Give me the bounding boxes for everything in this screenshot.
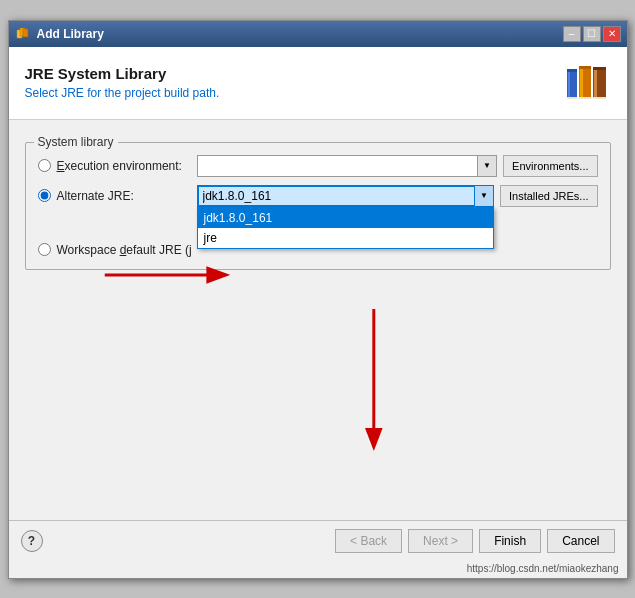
execution-env-select[interactable] [197, 155, 498, 177]
execution-env-combo-wrapper: ▼ Environments... [197, 155, 598, 177]
main-content: System library Execution environment: ▼ … [9, 120, 627, 520]
title-bar-buttons: – ☐ ✕ [563, 26, 621, 42]
svg-rect-4 [568, 69, 570, 99]
main-window: Add Library – ☐ ✕ JRE System Library Sel… [8, 20, 628, 579]
restore-button[interactable]: ☐ [583, 26, 601, 42]
alternate-jre-select[interactable]: jdk1.8.0_161 [197, 185, 495, 207]
bottom-bar: ? < Back Next > Finish Cancel [9, 520, 627, 561]
svg-rect-11 [593, 67, 606, 70]
execution-env-combo: ▼ [197, 155, 498, 177]
header-subtitle: Select JRE for the project build path. [25, 86, 563, 100]
header-section: JRE System Library Select JRE for the pr… [9, 47, 627, 120]
svg-rect-14 [593, 97, 606, 99]
books-icon [563, 59, 611, 107]
system-library-group: System library Execution environment: ▼ … [25, 142, 611, 270]
installed-jres-button[interactable]: Installed JREs... [500, 185, 597, 207]
svg-rect-10 [594, 67, 597, 99]
window-title: Add Library [37, 27, 563, 41]
alternate-jre-label: Alternate JRE: [57, 189, 197, 203]
alternate-jre-combo: jdk1.8.0_161 ▼ jdk1.8.0_161 jre [197, 185, 495, 207]
svg-rect-8 [579, 66, 591, 69]
svg-rect-13 [579, 97, 591, 99]
window-icon [15, 26, 31, 42]
dropdown-item-jdk[interactable]: jdk1.8.0_161 [198, 208, 494, 228]
finish-button[interactable]: Finish [479, 529, 541, 553]
environments-button[interactable]: Environments... [503, 155, 597, 177]
svg-rect-7 [580, 66, 583, 99]
next-button[interactable]: Next > [408, 529, 473, 553]
execution-env-radio[interactable] [38, 159, 51, 172]
header-title: JRE System Library [25, 65, 563, 82]
help-button[interactable]: ? [21, 530, 43, 552]
back-button[interactable]: < Back [335, 529, 402, 553]
alternate-jre-row: Alternate JRE: jdk1.8.0_161 ▼ jdk1.8.0_1… [38, 185, 598, 207]
group-label: System library [34, 135, 118, 149]
watermark: https://blog.csdn.net/miaokezhang [9, 561, 627, 578]
close-button[interactable]: ✕ [603, 26, 621, 42]
workspace-default-label: Workspace default JRE (j [57, 243, 197, 257]
svg-rect-2 [23, 29, 28, 37]
title-bar: Add Library – ☐ ✕ [9, 21, 627, 47]
alternate-jre-radio[interactable] [38, 189, 51, 202]
execution-env-row: Execution environment: ▼ Environments... [38, 155, 598, 177]
header-text: JRE System Library Select JRE for the pr… [25, 65, 563, 100]
minimize-button[interactable]: – [563, 26, 581, 42]
svg-rect-5 [567, 69, 577, 72]
jre-dropdown: jdk1.8.0_161 jre [197, 207, 495, 249]
cancel-button[interactable]: Cancel [547, 529, 614, 553]
dropdown-item-jre[interactable]: jre [198, 228, 494, 248]
svg-rect-12 [567, 97, 577, 99]
execution-env-label: Execution environment: [57, 159, 197, 173]
alternate-jre-combo-wrapper: jdk1.8.0_161 ▼ jdk1.8.0_161 jre Installe… [197, 185, 598, 207]
workspace-default-radio[interactable] [38, 243, 51, 256]
